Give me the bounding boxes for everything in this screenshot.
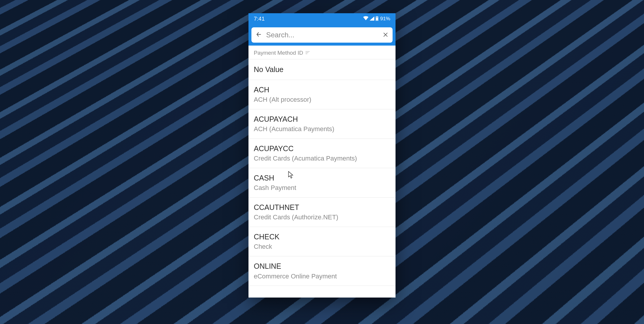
payment-method-id: CASH — [254, 173, 390, 183]
sort-icon — [306, 51, 310, 55]
payment-method-id: ACUPAYACH — [254, 114, 390, 124]
android-status-bar: 7:41 91% — [248, 13, 396, 24]
back-arrow-icon[interactable] — [256, 31, 262, 39]
list-item[interactable]: CCAUTHNET Credit Cards (Authorize.NET) — [248, 198, 396, 227]
search-box — [251, 27, 393, 43]
svg-rect-2 — [376, 17, 378, 21]
payment-method-id: CCAUTHNET — [254, 203, 390, 212]
search-header — [248, 24, 396, 46]
list-item[interactable]: ONLINE eCommerce Online Payment — [248, 256, 396, 286]
payment-method-desc: Credit Cards (Acumatica Payments) — [254, 154, 390, 163]
payment-method-id: ONLINE — [254, 261, 390, 271]
column-header-label: Payment Method ID — [254, 50, 303, 56]
list-item[interactable]: ACUPAYCC Credit Cards (Acumatica Payment… — [248, 139, 396, 168]
wifi-icon — [363, 16, 368, 21]
battery-icon — [376, 16, 378, 22]
no-value-label: No Value — [254, 65, 390, 74]
list-item[interactable]: CHECK Check — [248, 227, 396, 256]
status-time: 7:41 — [254, 16, 265, 22]
status-indicators: 91% — [363, 16, 390, 22]
list-item-no-value[interactable]: No Value — [248, 59, 396, 80]
mobile-app-window: 7:41 91% — [248, 13, 396, 298]
payment-method-desc: eCommerce Online Payment — [254, 272, 390, 281]
clear-icon[interactable] — [383, 31, 388, 39]
payment-method-desc: Credit Cards (Authorize.NET) — [254, 213, 390, 222]
payment-method-desc: Check — [254, 243, 390, 251]
signal-icon — [370, 16, 374, 21]
payment-method-id: ACH — [254, 85, 390, 95]
battery-percentage: 91% — [380, 16, 390, 22]
list-item[interactable]: ACH ACH (Alt processor) — [248, 80, 396, 109]
payment-method-id: ACUPAYCC — [254, 144, 390, 153]
payment-method-desc: ACH (Acumatica Payments) — [254, 125, 390, 133]
payment-method-id: CHECK — [254, 232, 390, 242]
list-spacer — [248, 286, 396, 298]
payment-method-desc: Cash Payment — [254, 184, 390, 192]
search-input[interactable] — [266, 31, 378, 39]
list-item[interactable]: CASH Cash Payment — [248, 168, 396, 198]
svg-rect-1 — [376, 16, 378, 17]
list-column-header[interactable]: Payment Method ID — [248, 46, 396, 59]
payment-method-desc: ACH (Alt processor) — [254, 96, 390, 104]
list-item[interactable]: ACUPAYACH ACH (Acumatica Payments) — [248, 109, 396, 139]
